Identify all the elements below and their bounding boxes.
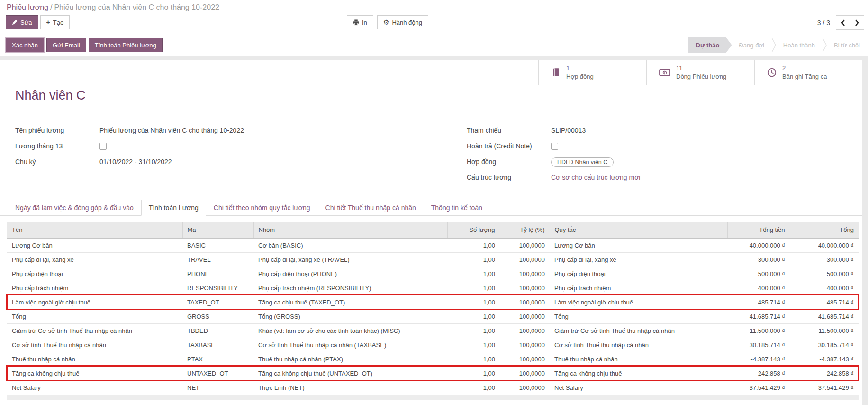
thirteen-month-checkbox[interactable] xyxy=(99,143,107,150)
cell-rate: 100,0000 xyxy=(500,238,550,252)
column-header-amount[interactable]: Tổng tiền xyxy=(727,222,790,238)
table-row[interactable]: Net SalaryNETThực Lĩnh (NET)1,00100,0000… xyxy=(7,380,859,395)
cell-group: Phụ cấp trách nhiệm (RESPONSIBILITY) xyxy=(253,281,447,295)
cell-code: TBDED xyxy=(182,323,253,338)
chevron-right-icon xyxy=(855,19,859,27)
confirm-button[interactable]: Xác nhận xyxy=(6,38,44,52)
column-header-code[interactable]: Mã xyxy=(182,222,253,238)
cell-group: Cơ sở tính Thuế thu nhập cá nhân (TAXBAS… xyxy=(253,338,447,352)
cell-total: 242.858 ₫ xyxy=(790,366,859,380)
salary-structure-link[interactable]: Cơ sở cho cấu trúc lương mới xyxy=(551,173,640,181)
table-row[interactable]: Giảm trừ Cơ sở tính Thuế thu nhập cá nhâ… xyxy=(7,323,859,338)
cell-amount: 485.714 ₫ xyxy=(727,295,790,309)
cell-rate: 100,0000 xyxy=(500,366,550,380)
cell-rule: Thuế thu nhập cá nhân xyxy=(550,352,727,366)
table-row[interactable]: Tăng ca không chịu thuếUNTAXED_OTTăng ca… xyxy=(7,366,859,380)
action-button[interactable]: ⚙ Hành động xyxy=(377,15,428,29)
table-row[interactable]: Phụ cấp trách nhiệmRESPONSIBILITYPhụ cấp… xyxy=(7,281,859,295)
payslip-form-page: Phiếu lương/Phiếu lương của Nhân viên C … xyxy=(0,0,868,405)
column-header-quantity[interactable]: Số lượng xyxy=(447,222,500,238)
tab-details-by-rule-category[interactable]: Chi tiết theo nhóm quy tắc lương xyxy=(206,200,318,216)
table-row[interactable]: Lương Cơ bảnBASICCơ bản (BASIC)1,00100,0… xyxy=(7,238,859,252)
contract-book-icon xyxy=(551,68,561,77)
cell-total: 400.000 ₫ xyxy=(790,281,859,295)
sheet-background: 1 Hợp đồng 11 Dòng Phiếu lương xyxy=(0,56,868,405)
cell-name: Thuế thu nhập cá nhân xyxy=(7,352,182,366)
status-stage-rejected[interactable]: Bị từ chối xyxy=(827,37,867,53)
status-stage-waiting[interactable]: Đang đợi xyxy=(732,37,771,53)
tab-salary-computation[interactable]: Tính toán Lương xyxy=(141,200,206,216)
statusbar: Dự thảo Đang đợi Hoàn thành Bị từ chối xyxy=(688,37,867,53)
gear-icon: ⚙ xyxy=(383,19,389,26)
edit-button[interactable]: Sửa xyxy=(6,15,38,29)
credit-note-checkbox[interactable] xyxy=(551,143,558,150)
table-footer-strip xyxy=(7,395,859,400)
cell-qty: 1,00 xyxy=(447,338,500,352)
cell-qty: 1,00 xyxy=(447,295,500,309)
plus-icon: + xyxy=(46,18,50,26)
column-header-group[interactable]: Nhóm xyxy=(253,222,447,238)
tab-worked-days[interactable]: Ngày đã làm việc & đóng góp & đầu vào xyxy=(8,200,141,216)
cell-code: PTAX xyxy=(182,352,253,366)
cell-amount: 40.000.000 ₫ xyxy=(727,238,790,252)
credit-note-label: Hoàn trả (Credit Note) xyxy=(467,142,551,150)
contracts-smart-button[interactable]: 1 Hợp đồng xyxy=(538,60,646,85)
tab-personal-income-tax[interactable]: Chi tiết Thuế thu nhập cá nhân xyxy=(318,200,424,216)
table-row[interactable]: Làm việc ngoài giờ chịu thuếTAXED_OTTăng… xyxy=(7,295,859,309)
tab-accounting-info[interactable]: Thông tin kế toán xyxy=(424,200,490,216)
cell-code: UNTAXED_OT xyxy=(182,366,253,380)
pager-next-button[interactable] xyxy=(850,15,864,30)
pager-count: 3 / 3 xyxy=(817,19,830,27)
breadcrumb: Phiếu lương/Phiếu lương của Nhân viên C … xyxy=(7,3,219,12)
cell-amount: 41.685.714 ₫ xyxy=(727,309,790,323)
printer-icon xyxy=(353,19,359,26)
cell-amount: 30.185.714 ₫ xyxy=(727,338,790,352)
cell-group: Khác (vd: làm cơ sở cho các tính toán kh… xyxy=(253,323,447,338)
send-email-button[interactable]: Gửi Email xyxy=(46,38,86,52)
create-button[interactable]: + Tạo xyxy=(40,15,70,29)
create-button-label: Tạo xyxy=(53,19,63,26)
contract-tag[interactable]: HĐLĐ Nhân viên C xyxy=(551,157,614,167)
reference-label: Tham chiếu xyxy=(467,126,551,134)
page-title: Nhân viên C xyxy=(15,88,86,103)
cell-total: 500.000 ₫ xyxy=(790,267,859,281)
cell-qty: 1,00 xyxy=(447,238,500,252)
column-header-total[interactable]: Tổng xyxy=(790,222,859,238)
column-header-rule[interactable]: Quy tắc xyxy=(550,222,727,238)
table-row[interactable]: TổngGROSSTổng (GROSS)1,00100,0000Tổng41.… xyxy=(7,309,859,323)
compute-payslip-button[interactable]: Tính toán Phiếu lương xyxy=(89,38,163,52)
cell-rule: Làm việc ngoài giờ chịu thuế xyxy=(550,295,727,309)
cell-rate: 100,0000 xyxy=(500,338,550,352)
status-stage-done[interactable]: Hoàn thành xyxy=(776,37,822,53)
payslip-lines-smart-button[interactable]: 11 Dòng Phiếu lương xyxy=(646,60,754,85)
table-row[interactable]: Phụ cấp đi lại, xăng xeTRAVELPhụ cấp đi … xyxy=(7,252,859,267)
column-header-rate[interactable]: Tỷ lệ (%) xyxy=(500,222,550,238)
table-row[interactable]: Phụ cấp điện thoạiPHONEPhụ cấp điện thoạ… xyxy=(7,267,859,281)
cell-rate: 100,0000 xyxy=(500,323,550,338)
control-panel-row-2: Xác nhận Gửi Email Tính toán Phiếu lương… xyxy=(0,34,868,56)
cell-total: 40.000.000 ₫ xyxy=(790,238,859,252)
cell-qty: 1,00 xyxy=(447,309,500,323)
cell-group: Cơ bản (BASIC) xyxy=(253,238,447,252)
cell-rate: 100,0000 xyxy=(500,295,550,309)
cell-amount: 242.858 ₫ xyxy=(727,366,790,380)
table-row[interactable]: Thuế thu nhập cá nhânPTAXThuế thu nhập c… xyxy=(7,352,859,366)
overtime-records-smart-button[interactable]: 2 Bản ghi Tăng ca xyxy=(754,60,862,85)
cell-rule: Phụ cấp điện thoại xyxy=(550,267,727,281)
cell-total: 37.541.429 ₫ xyxy=(790,380,859,395)
cell-rate: 100,0000 xyxy=(500,252,550,267)
payslip-lines-table: Tên Mã Nhóm Số lượng Tỷ lệ (%) Quy tắc T… xyxy=(7,222,859,400)
cell-code: RESPONSIBILITY xyxy=(182,281,253,295)
cell-qty: 1,00 xyxy=(447,366,500,380)
cell-total: 485.714 ₫ xyxy=(790,295,859,309)
period-value: 01/10/2022 - 31/10/2022 xyxy=(99,157,172,166)
breadcrumb-root-link[interactable]: Phiếu lương xyxy=(7,3,48,11)
table-row[interactable]: Cơ sở tính Thuế thu nhập cá nhânTAXBASEC… xyxy=(7,338,859,352)
cell-amount: 400.000 ₫ xyxy=(727,281,790,295)
column-header-name[interactable]: Tên xyxy=(7,222,182,238)
print-button[interactable]: In xyxy=(347,15,373,29)
status-stage-draft[interactable]: Dự thảo xyxy=(688,37,732,53)
pager-previous-button[interactable] xyxy=(836,15,850,30)
cell-name: Giảm trừ Cơ sở tính Thuế thu nhập cá nhâ… xyxy=(7,323,182,338)
cell-amount: 500.000 ₫ xyxy=(727,267,790,281)
